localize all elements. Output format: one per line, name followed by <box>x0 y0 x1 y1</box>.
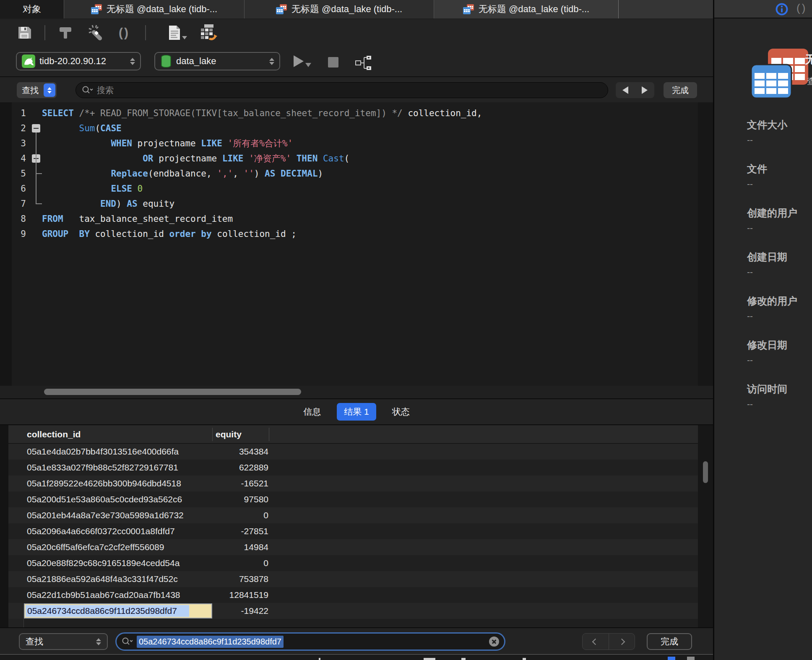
cell-equity[interactable]: -27851 <box>168 523 268 539</box>
grid-find-next-button[interactable] <box>609 634 635 650</box>
editor-hscrollbar[interactable] <box>0 386 713 398</box>
grid-search-query: 05a246734ccd8a86c9f11d235d98dfd7 <box>137 636 284 648</box>
parentheses-button[interactable]: () <box>115 24 133 41</box>
status-glyph-fragment <box>523 658 526 660</box>
table-row[interactable]: 05a1e4da02b7bb4f3013516e400d66fa354384 <box>8 444 698 460</box>
query-table-icon <box>463 4 474 15</box>
cell-collection-id[interactable]: 05a21886ea592a648f4a3c331f47d52c <box>27 571 178 587</box>
fold-collapse-box[interactable] <box>32 124 40 133</box>
toolbar-separator <box>145 25 146 40</box>
code-line[interactable]: OR projectname LIKE '净资产%' THEN Cast( <box>42 151 349 166</box>
cell-collection-id[interactable]: 05a1e4da02b7bb4f3013516e400d66fa <box>27 444 179 460</box>
sql-editor[interactable]: 123456789 SELECT /*+ READ_FROM_STORAGE(T… <box>0 102 713 386</box>
tab-query-1[interactable]: 无标题 @data_lake (tidb-... <box>64 0 244 18</box>
code-line[interactable]: FROM tax_balance_sheet_record_item <box>42 211 233 226</box>
run-query-button[interactable] <box>294 55 313 68</box>
cell-equity[interactable]: 622889 <box>168 460 268 476</box>
editor-search-input[interactable]: 搜索 <box>75 82 608 98</box>
code-line[interactable]: SELECT /*+ READ_FROM_STORAGE(TIKV[tax_ba… <box>42 106 482 121</box>
table-row[interactable]: 05a20e88f829c68c9165189e4cedd54a0 <box>8 555 698 571</box>
clear-search-button[interactable] <box>489 637 499 647</box>
line-number: 6 <box>12 181 26 196</box>
tab-objects[interactable]: 对象 <box>0 0 64 18</box>
cell-collection-id[interactable]: 05a201eb44a8a7e3e730a5989a1d6732 <box>27 507 184 523</box>
find-next-button[interactable] <box>642 86 648 94</box>
line-number: 1 <box>12 106 26 121</box>
sidebar-field-value: -- <box>747 355 753 365</box>
sidebar-field-label: 创建日期 <box>747 250 787 264</box>
run-to-grid-button[interactable] <box>200 24 218 41</box>
sidebar-field-value: -- <box>747 267 753 277</box>
code-line[interactable]: END) AS equity <box>42 196 174 211</box>
tab-query-3-active[interactable]: 无标题 @data_lake (tidb-... <box>434 0 618 18</box>
table-row[interactable]: 05a21886ea592a648f4a3c331f47d52c753878 <box>8 571 698 587</box>
search-icon <box>82 86 94 95</box>
beautify-button[interactable] <box>56 24 75 41</box>
grid-search-input[interactable]: 05a246734ccd8a86c9f11d235d98dfd7 <box>115 632 505 651</box>
grid-find-previous-button[interactable] <box>583 634 609 650</box>
cell-equity[interactable]: 12841519 <box>168 587 268 603</box>
parentheses-icon-partial[interactable]: () <box>796 2 807 15</box>
table-row[interactable]: 05a1f289522e4626bb300b946dbd4518-16521 <box>8 476 698 491</box>
export-grid-icon <box>200 24 218 41</box>
column-header-collection-id[interactable]: collection_id <box>27 425 81 444</box>
code-line[interactable]: WHEN projectname LIKE '所有者%合计%' <box>42 136 293 151</box>
hscrollbar-thumb[interactable] <box>44 389 301 395</box>
table-row[interactable]: 05a20c6ff5af6efca7c2cf2eff55608914984 <box>8 539 698 555</box>
grid-find-mode-label: 查找 <box>26 636 43 647</box>
cell-equity[interactable]: 354384 <box>168 444 268 460</box>
status-gray-square <box>687 657 695 660</box>
cell-collection-id[interactable]: 05a200d51e53a860a5c0cded93a562c6 <box>27 491 182 507</box>
find-done-button[interactable]: 完成 <box>664 82 697 98</box>
code-line[interactable]: Sum(CASE <box>42 121 122 136</box>
cell-collection-id[interactable]: 05a20e88f829c68c9165189e4cedd54a <box>27 555 180 571</box>
table-row[interactable]: 05a22d1cb9b51aab67cad20aa7fb143812841519 <box>8 587 698 603</box>
cell-collection-id[interactable]: 05a2096a4a6c66f0372cc0001a8fdfd7 <box>27 523 175 539</box>
connection-select[interactable]: tidb-20.20.90.12 <box>16 52 141 70</box>
explain-plan-button[interactable] <box>355 55 373 70</box>
cell-equity[interactable]: 14984 <box>168 539 268 555</box>
database-select[interactable]: data_lake <box>154 52 280 70</box>
export-result-button[interactable] <box>165 24 184 41</box>
cell-equity[interactable]: 97580 <box>168 491 268 507</box>
tab-status[interactable]: 状态 <box>392 406 410 418</box>
table-row[interactable]: 05a1e833a027f9b88c52f82729167781622889 <box>8 460 698 476</box>
cell-equity[interactable]: -19422 <box>168 603 268 619</box>
magic-wand-button[interactable] <box>87 24 106 41</box>
tab-query-2[interactable]: 无标题 @data_lake (tidb-... <box>244 0 434 18</box>
cell-collection-id[interactable]: 05a1e833a027f9b88c52f82729167781 <box>27 460 178 476</box>
status-glyph-fragment <box>424 658 435 660</box>
column-header-equity[interactable]: equity <box>216 425 242 444</box>
table-row[interactable]: 05a246734ccd8a86c9f11d235d98dfd7-19422 <box>8 603 698 619</box>
dropdown-caret-icon <box>182 36 187 39</box>
connection-name: tidb-20.20.90.12 <box>39 56 106 67</box>
tab-result-1[interactable]: 结果 1 <box>337 403 376 421</box>
code-line[interactable]: ELSE 0 <box>42 181 143 196</box>
tab-info[interactable]: 信息 <box>303 406 321 418</box>
cell-collection-id[interactable]: 05a22d1cb9b51aab67cad20aa7fb1438 <box>27 587 180 603</box>
grid-vscrollbar-thumb[interactable] <box>703 461 708 483</box>
cell-equity[interactable]: 0 <box>168 555 268 571</box>
table-row[interactable]: 05a201eb44a8a7e3e730a5989a1d67320 <box>8 507 698 523</box>
info-icon[interactable] <box>776 3 788 16</box>
code-line[interactable]: Replace(endbalance, ',', '') AS DECIMAL) <box>42 166 323 181</box>
find-previous-button[interactable] <box>622 86 628 94</box>
sidebar-field-label: 文件大小 <box>747 118 787 132</box>
save-button[interactable] <box>15 24 34 41</box>
find-mode-select[interactable]: 查找 <box>17 82 57 98</box>
grid-find-done-button[interactable]: 完成 <box>647 633 692 650</box>
grid-rows: 05a1e4da02b7bb4f3013516e400d66fa35438405… <box>8 444 698 619</box>
cell-equity[interactable]: 753878 <box>168 571 268 587</box>
table-row[interactable]: 05a2096a4a6c66f0372cc0001a8fdfd7-27851 <box>8 523 698 539</box>
column-divider[interactable] <box>269 428 269 441</box>
cell-collection-id[interactable]: 05a1f289522e4626bb300b946dbd4518 <box>27 476 181 491</box>
cell-equity[interactable]: 0 <box>168 507 268 523</box>
grid-find-mode-select[interactable]: 查找 <box>19 633 108 650</box>
find-mode-stepper[interactable] <box>44 83 55 97</box>
column-divider[interactable] <box>212 428 213 441</box>
code-line[interactable]: GROUP BY collection_id order by collecti… <box>42 226 297 242</box>
table-row[interactable]: 05a200d51e53a860a5c0cded93a562c697580 <box>8 491 698 507</box>
cell-equity[interactable]: -16521 <box>168 476 268 491</box>
cell-collection-id[interactable]: 05a20c6ff5af6efca7c2cf2eff556089 <box>27 539 164 555</box>
stop-query-button[interactable] <box>328 57 338 68</box>
